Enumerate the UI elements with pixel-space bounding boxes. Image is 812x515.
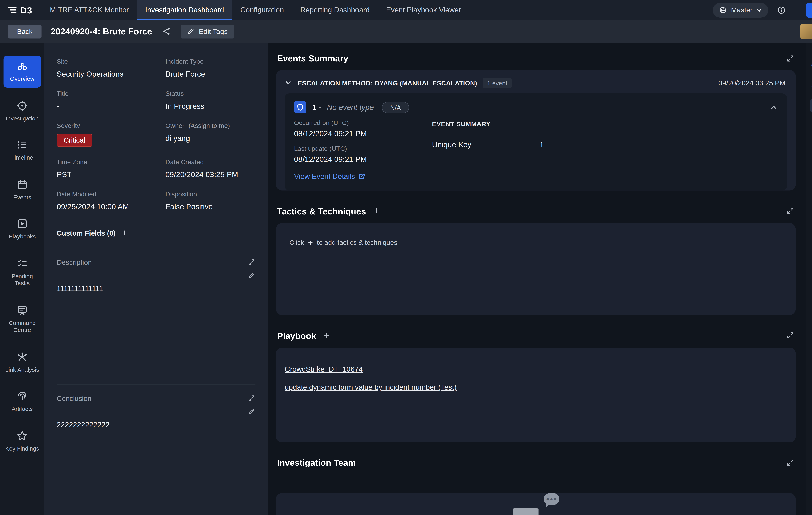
investigation-team-expand-icon[interactable]	[786, 458, 794, 466]
edit-tags-label: Edit Tags	[199, 27, 228, 35]
rail-label: Investigation	[6, 115, 39, 122]
summary-row: Unique Key 1	[432, 140, 775, 149]
group-chevron-down-icon[interactable]	[285, 80, 292, 87]
module-item-investigation-team[interactable]: Investigation Team	[810, 143, 812, 157]
field-incident-type: Incident Type Brute Force	[166, 58, 256, 78]
rail-label: Timeline	[11, 154, 33, 161]
d3-logo[interactable]: D3	[7, 0, 32, 20]
fingerprint-icon	[17, 390, 28, 402]
new-incident-button[interactable]: + Incident	[806, 3, 812, 17]
incident-fields-grid: Site Security Operations Incident Type B…	[57, 58, 256, 211]
events-summary-expand-icon[interactable]	[786, 54, 794, 62]
rail-label: Playbooks	[9, 233, 36, 240]
investigation-team-title: Investigation Team	[277, 458, 356, 467]
playbook-section: Playbook + CrowdStrike_DT_10674 update d…	[276, 330, 795, 442]
module-item-playbook[interactable]: Playbook	[810, 128, 812, 142]
playbook-link-dynamic-form[interactable]: update dynamic form value by incident nu…	[285, 383, 457, 392]
playbook-row: CrowdStrike_DT_10674	[285, 363, 787, 374]
d3-logo-icon	[7, 5, 18, 15]
share-icon[interactable]	[162, 26, 171, 36]
back-button[interactable]: Back	[8, 24, 41, 38]
module-item-events-summary[interactable]: Events Summary	[810, 99, 812, 113]
owner-avatar[interactable]	[800, 24, 812, 39]
events-summary-section: Events Summary ESCALATION METHOD: DYANG …	[276, 53, 795, 190]
team-empty-illustration: ●●●	[511, 493, 561, 515]
unique-key-label: Unique Key	[432, 140, 540, 149]
rail-item-investigation[interactable]: Investigation	[4, 95, 41, 127]
checklist-icon	[17, 258, 28, 269]
event-meta-column: Occurred on (UTC) 08/12/2024 09:21 PM La…	[294, 119, 411, 181]
last-update-label: Last update (UTC)	[294, 145, 411, 152]
view-event-details-link[interactable]: View Event Details	[294, 172, 366, 180]
edit-tags-button[interactable]: Edit Tags	[181, 24, 234, 38]
master-dropdown[interactable]: Master	[713, 3, 768, 17]
rail-item-pending-tasks[interactable]: Pending Tasks	[4, 253, 41, 292]
conclusion-expand-icon[interactable]	[248, 394, 256, 402]
tactics-section: Tactics & Techniques + Click + to add ta…	[276, 206, 795, 315]
module-item-incident-type-form[interactable]: Incident Type Form Section	[810, 216, 812, 238]
rail-item-playbooks[interactable]: Playbooks	[4, 213, 41, 245]
overview-module-subtitle: Select from the following modules you wi…	[811, 74, 812, 91]
rail-item-key-findings[interactable]: Key Findings	[4, 425, 41, 457]
tactics-empty-before: Click	[289, 239, 304, 246]
investigation-team-card: ●●●	[276, 493, 795, 515]
event-index: 1 -	[312, 103, 321, 112]
add-custom-field-icon[interactable]: +	[122, 229, 127, 238]
nav-item-investigation-dashboard[interactable]: Investigation Dashboard	[137, 0, 232, 20]
rail-item-events[interactable]: Events	[4, 174, 41, 206]
command-board-icon	[17, 304, 28, 316]
description-expand-icon[interactable]	[248, 258, 256, 266]
description-edit-icon[interactable]	[248, 272, 256, 279]
event-summary-header: EVENT SUMMARY	[432, 119, 775, 133]
nav-item-mitre-attack-monitor[interactable]: MITRE ATT&CK Monitor	[41, 0, 137, 20]
nav-item-reporting-dashboard[interactable]: Reporting Dashboard	[292, 0, 378, 20]
event-group-header[interactable]: ESCALATION METHOD: DYANG (MANUAL ESCALAT…	[276, 70, 795, 93]
event-type-text: No event type	[327, 103, 374, 112]
events-summary-title: Events Summary	[277, 53, 348, 63]
module-item-notes[interactable]: Notes	[810, 201, 812, 215]
module-item-tactics-techniques[interactable]: Tactics & Techniques	[810, 114, 812, 128]
nav-item-configuration[interactable]: Configuration	[232, 0, 292, 20]
info-icon[interactable]	[777, 5, 786, 15]
rail-item-overview[interactable]: Overview	[4, 56, 41, 87]
rail-label: Link Analysis	[5, 366, 39, 373]
rail-item-command-centre[interactable]: Command Centre	[4, 299, 41, 339]
field-value: Brute Force	[166, 69, 256, 78]
field-value: di yang	[166, 134, 256, 143]
description-section: Description 1111111111111	[57, 248, 256, 374]
field-label: Time Zone	[57, 158, 166, 165]
nav-item-event-playbook-viewer[interactable]: Event Playbook Viewer	[378, 0, 469, 20]
event-collapse-icon[interactable]	[770, 103, 777, 111]
overview-module-title: Overview Module	[811, 61, 812, 69]
assign-to-me-link[interactable]: (Assign to me)	[188, 122, 230, 129]
field-site: Site Security Operations	[57, 58, 166, 78]
module-item-linked-incidents[interactable]: Linked Incidents	[810, 157, 812, 172]
caret-down-icon	[756, 7, 762, 13]
incident-title: 20240920-4: Brute Force	[51, 26, 152, 36]
add-tactics-icon[interactable]: +	[374, 206, 380, 216]
tactics-title: Tactics & Techniques	[277, 206, 366, 216]
body-row: Overview Investigation Timeline Events P…	[0, 43, 812, 515]
star-icon	[17, 430, 28, 442]
field-label: Date Modified	[57, 190, 166, 198]
view-event-details-label: View Event Details	[294, 172, 355, 180]
conclusion-edit-icon[interactable]	[248, 408, 256, 416]
field-label: Disposition	[166, 190, 256, 198]
rail-item-artifacts[interactable]: Artifacts	[4, 386, 41, 418]
field-label: Date Created	[166, 158, 256, 165]
playbook-expand-icon[interactable]	[786, 331, 794, 339]
event-detail-card: 1 - No event type N/A Occurred on (UTC) …	[285, 93, 787, 190]
tactics-expand-icon[interactable]	[786, 207, 794, 215]
rail-item-timeline[interactable]: Timeline	[4, 134, 41, 166]
pencil-icon	[187, 27, 195, 35]
field-value: In Progress	[166, 101, 256, 110]
module-item-linked-artifacts[interactable]: Linked Artifacts	[810, 172, 812, 186]
module-item-files[interactable]: Files	[810, 187, 812, 201]
top-nav-bar: D3 MITRE ATT&CK Monitor Investigation Da…	[0, 0, 812, 20]
target-icon	[17, 100, 28, 111]
field-label: Owner (Assign to me)	[166, 122, 256, 129]
playbook-link-crowdstrike[interactable]: CrowdStrike_DT_10674	[285, 365, 362, 373]
rail-item-link-analysis[interactable]: Link Analysis	[4, 346, 41, 378]
add-playbook-icon[interactable]: +	[324, 330, 330, 341]
top-nav-right: Master + Incident	[713, 0, 812, 20]
